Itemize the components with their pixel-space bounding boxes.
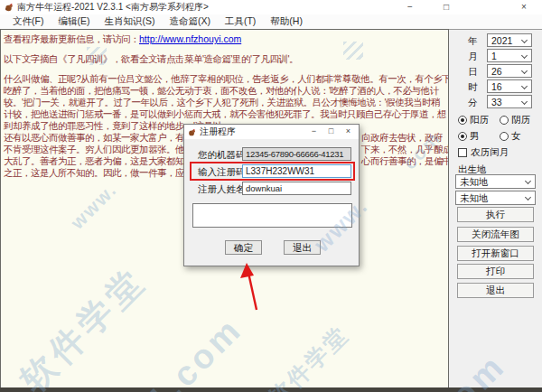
title-bar: 南方牛年运程-2021 V2.3.1 <南方易学系列程序> − □ ×	[0, 0, 542, 14]
minute-label: 分	[468, 97, 478, 109]
radio-male[interactable]: 男	[458, 130, 500, 142]
dialog-exit-button[interactable]: 退出	[284, 240, 321, 255]
window-bottom-edge	[0, 387, 542, 392]
exit-button[interactable]: 退出	[457, 283, 534, 298]
radio-solar-calendar[interactable]: 阳历	[458, 114, 500, 126]
article-line: 较。'把门一关，就避开了。过了一年以后，这个乡下人犯了死刑，关进监狱。吕公才懊悔…	[4, 97, 449, 108]
article-line: 计较，把他送进衙门惩戒一番，是可以做到小惩而大戒，就不会害他犯死罪了。我当时只顾…	[4, 108, 449, 120]
open-new-window-button[interactable]: 打开新窗口	[457, 246, 534, 261]
article-line: 之正，这是人所不知的。因此，做一件事，应按	[4, 167, 193, 179]
dialog-minimize-button[interactable]: −	[305, 125, 322, 139]
chevron-down-icon	[521, 52, 528, 59]
menu-destiny[interactable]: 造命篇(X)	[162, 15, 218, 28]
app-window: 南方牛年运程-2021 V2.3.1 <南方易学系列程序> − □ × 文件(F…	[0, 0, 542, 392]
month-label: 月	[468, 51, 478, 63]
leap-month-checkbox[interactable]: 农历闰月	[458, 146, 509, 159]
radio-icon	[500, 116, 509, 125]
article-line: 什么叫做偏、正呢?从前有一位吕文懿公，他辞了宰相的职位，告老返乡，人们都非常尊敬…	[4, 73, 449, 85]
birthplace-city-select[interactable]: 未知地	[455, 191, 536, 205]
hour-label: 时	[468, 81, 478, 94]
dialog-title-bar: 注册程序 − □ ×	[184, 125, 359, 139]
update-link[interactable]: http://www.nfzhouyi.com	[139, 33, 241, 44]
article-fragment-left: 还有以恶心而做善事的，如某一家大富户，有一 不肯受理这件案子。穷人们因此更加嚣张…	[4, 132, 193, 179]
registrant-name-label: 注册人姓名:	[198, 183, 248, 196]
close-button[interactable]: ×	[506, 0, 542, 14]
article-intro: 以下文字摘自《了凡四训》，欲看全文请点击菜单'造命篇'里的'了凡四训'。	[4, 53, 298, 66]
chevron-down-icon	[521, 37, 528, 43]
article-fragment-right: 向政府去告状，政府 下来，不然，几乎酿成 心而行善事的，是偏中	[361, 132, 449, 167]
close-annual-chart-button[interactable]: 关闭流年图	[457, 227, 534, 242]
dialog-title: 注册程序	[200, 126, 236, 138]
dialog-close-button[interactable]: ×	[340, 125, 357, 139]
chevron-down-icon	[525, 194, 531, 201]
app-rooster-icon	[5, 3, 14, 12]
menu-bar: 文件(F) 编辑(E) 生肖知识(S) 造命篇(X) 工具(T) 帮助(H)	[0, 14, 542, 29]
print-button[interactable]: 打印	[457, 264, 534, 279]
article-line: 还有以恶心而做善事的，如某一家大富户，有一	[4, 132, 193, 144]
year-label: 年	[468, 35, 478, 48]
control-panel: 年 2021 月 1 日 26 时 16	[449, 29, 542, 387]
message-box	[192, 203, 352, 228]
registration-code-label: 输入注册码:	[198, 166, 248, 179]
radio-lunar-calendar[interactable]: 阴历	[500, 114, 541, 126]
menu-edit[interactable]: 编辑(E)	[51, 15, 97, 28]
dialog-rooster-icon	[188, 128, 196, 136]
registration-dialog: 注册程序 − □ × 您的机器码: 12345-67890-66666-4123…	[183, 124, 360, 266]
registration-code-input[interactable]: L337H232WW31	[242, 164, 351, 178]
article-line: 下来，不然，几乎酿成	[361, 144, 449, 155]
menu-help[interactable]: 帮助(H)	[263, 15, 310, 28]
birthplace-province-select[interactable]: 未知地	[455, 174, 536, 189]
radio-female[interactable]: 女	[500, 130, 541, 142]
menu-file[interactable]: 文件(F)	[5, 15, 51, 28]
execute-button[interactable]: 执行	[457, 207, 534, 222]
chevron-down-icon	[521, 98, 528, 105]
year-select[interactable]: 2021	[487, 33, 532, 47]
article-line: 向政府去告状，政府	[361, 132, 449, 144]
checkbox-icon	[458, 148, 467, 157]
menu-zodiac-knowledge[interactable]: 生肖知识(S)	[97, 15, 162, 28]
machine-code-label: 您的机器码:	[198, 149, 248, 162]
article-line: 大乱了。善者为正，恶者为偏，这是大家都知道	[4, 155, 193, 167]
menu-tools[interactable]: 工具(T)	[218, 15, 263, 28]
day-label: 日	[468, 66, 478, 79]
maximize-button[interactable]: □	[428, 0, 464, 14]
minimize-button[interactable]: −	[392, 0, 428, 14]
radio-icon	[458, 132, 467, 141]
month-select[interactable]: 1	[487, 49, 532, 62]
registrant-name-input[interactable]: downkuai	[242, 182, 351, 195]
chevron-down-icon	[521, 68, 528, 74]
chevron-down-icon	[525, 178, 531, 184]
window-title: 南方牛年运程-2021 V2.3.1 <南方易学系列程序>	[17, 1, 209, 14]
minute-select[interactable]: 33	[487, 95, 532, 108]
radio-icon	[458, 116, 467, 125]
article-line: 吃醉了，当着他的面，把他痛骂一顿，懿公无动于衷，面不改色，对他的仆人说：'吃醉了…	[4, 85, 449, 97]
machine-code-field: 12345-67890-66666-41231	[242, 147, 351, 161]
article-line: 心而行善事的，是偏中	[361, 155, 449, 167]
chevron-down-icon	[521, 83, 528, 89]
article-line: 不肯受理这件案子。穷人们因此更加嚣张。他就	[4, 144, 193, 155]
day-select[interactable]: 26	[487, 64, 532, 78]
update-notice-text: 查看程序最新更新信息，请访问：	[4, 33, 139, 44]
dialog-maximize-button[interactable]: □	[322, 125, 340, 139]
ok-button[interactable]: 确定	[225, 240, 262, 255]
hour-select[interactable]: 16	[487, 79, 532, 93]
radio-icon	[500, 132, 509, 141]
